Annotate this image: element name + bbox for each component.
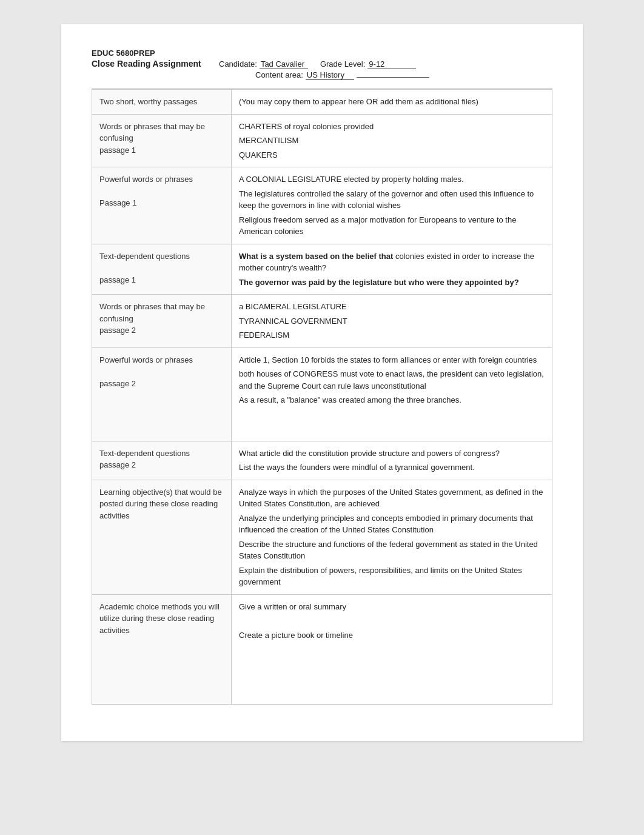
content-value: US History <box>306 70 354 80</box>
content-line: Content area: US History <box>255 70 552 80</box>
table-row: Learning objective(s) that would be post… <box>92 480 552 594</box>
left-col-objectives: Learning objective(s) that would be post… <box>92 480 232 594</box>
candidate-line: Candidate: Tad Cavalier Grade Level: 9-1… <box>219 59 552 69</box>
right-col-academic: Give a written or oral summary Create a … <box>232 594 552 705</box>
table-row: Academic choice methods you will utilize… <box>92 594 552 705</box>
content-blank <box>357 77 429 78</box>
left-col-questions-p2: Text-dependent questionspassage 2 <box>92 441 232 480</box>
right-col-confusing-p2: a BICAMERAL LEGISLATURE TYRANNICAL GOVER… <box>232 295 552 348</box>
left-col-passages: Two short, worthy passages <box>92 90 232 115</box>
table-row: Text-dependent questionspassage 1 What i… <box>92 244 552 295</box>
content-label: Content area: <box>255 70 303 79</box>
main-table: Two short, worthy passages (You may copy… <box>92 89 552 705</box>
candidate-label: Candidate: <box>219 59 257 69</box>
table-row: Powerful words or phrasesPassage 1 A COL… <box>92 167 552 244</box>
right-col-passages: (You may copy them to appear here OR add… <box>232 90 552 115</box>
header-fields: Candidate: Tad Cavalier Grade Level: 9-1… <box>219 59 552 80</box>
course-title: EDUC 5680PREP <box>92 49 552 58</box>
page: EDUC 5680PREP Close Reading Assignment C… <box>61 24 583 741</box>
table-row: Powerful words or phrasespassage 2 Artic… <box>92 347 552 441</box>
left-col-questions-p1: Text-dependent questionspassage 1 <box>92 244 232 295</box>
assignment-row: Close Reading Assignment Candidate: Tad … <box>92 59 552 80</box>
left-col-academic: Academic choice methods you will utilize… <box>92 594 232 705</box>
assignment-label: Close Reading Assignment <box>92 59 219 69</box>
grade-value: 9-12 <box>367 59 416 69</box>
left-col-confusing-p1: Words or phrases that may be confusingpa… <box>92 114 232 167</box>
left-col-powerful-p2: Powerful words or phrasespassage 2 <box>92 347 232 441</box>
left-col-powerful-p1: Powerful words or phrasesPassage 1 <box>92 167 232 244</box>
header: EDUC 5680PREP Close Reading Assignment C… <box>92 49 552 80</box>
table-row: Two short, worthy passages (You may copy… <box>92 90 552 115</box>
right-col-objectives: Analyze ways in which the purposes of th… <box>232 480 552 594</box>
right-col-powerful-p2: Article 1, Section 10 forbids the states… <box>232 347 552 441</box>
right-col-questions-p2: What article did the constitution provid… <box>232 441 552 480</box>
right-col-powerful-p1: A COLONIAL LEGISLATURE elected by proper… <box>232 167 552 244</box>
table-row: Words or phrases that may be confusingpa… <box>92 295 552 348</box>
table-row: Words or phrases that may be confusingpa… <box>92 114 552 167</box>
table-row: Text-dependent questionspassage 2 What a… <box>92 441 552 480</box>
right-col-questions-p1: What is a system based on the belief tha… <box>232 244 552 295</box>
right-col-confusing-p1: CHARTERS of royal colonies provided MERC… <box>232 114 552 167</box>
grade-label: Grade Level: <box>320 59 365 69</box>
left-col-confusing-p2: Words or phrases that may be confusingpa… <box>92 295 232 348</box>
candidate-value: Tad Cavalier <box>260 59 308 69</box>
